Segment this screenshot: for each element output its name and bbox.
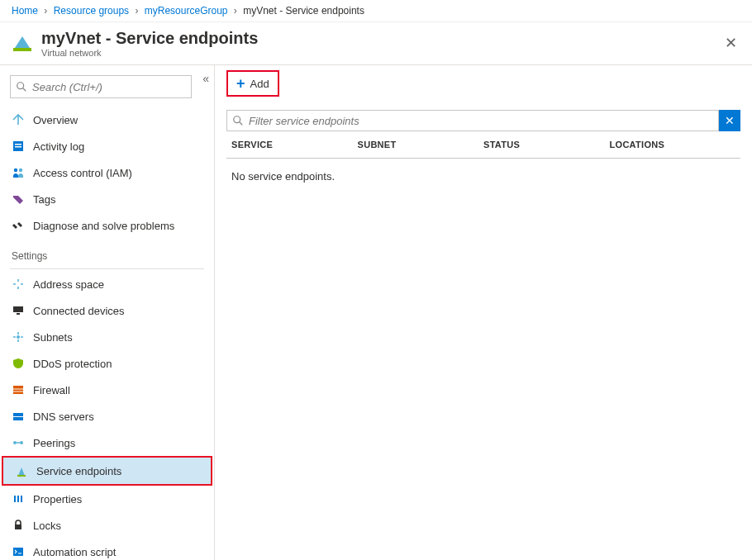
sidebar-item-label: Locks	[33, 520, 61, 532]
sidebar-item-automation-script[interactable]: Automation script	[0, 539, 214, 560]
highlight-service-endpoints: Service endpoints	[2, 456, 212, 486]
sidebar-item-label: Access control (IAM)	[33, 167, 132, 179]
close-icon: ✕	[725, 114, 735, 127]
svg-rect-21	[17, 496, 19, 502]
sidebar-item-label: DDoS protection	[33, 358, 112, 370]
sidebar-item-label: Subnets	[33, 331, 73, 344]
filter-input[interactable]	[249, 115, 713, 127]
address-space-icon	[12, 278, 25, 291]
breadcrumb-separator: ›	[234, 5, 237, 17]
peerings-icon	[12, 436, 25, 449]
breadcrumb-my-resource-group[interactable]: myResourceGroup	[145, 5, 228, 17]
automation-script-icon	[12, 545, 25, 558]
sidebar-section-settings: Settings	[0, 239, 214, 267]
breadcrumb-resource-groups[interactable]: Resource groups	[54, 5, 129, 17]
breadcrumb-home[interactable]: Home	[12, 5, 38, 17]
sidebar: « Overview Activity log Access control (…	[0, 65, 215, 560]
close-icon[interactable]: ✕	[725, 34, 737, 52]
svg-rect-9	[17, 313, 20, 315]
diagnose-icon	[12, 219, 25, 232]
sidebar-search-input[interactable]	[32, 81, 186, 93]
firewall-icon	[12, 383, 25, 396]
locks-icon	[12, 519, 25, 532]
sidebar-item-locks[interactable]: Locks	[0, 512, 214, 539]
sidebar-item-service-endpoints[interactable]: Service endpoints	[3, 458, 211, 484]
svg-rect-19	[17, 475, 26, 477]
search-icon	[232, 115, 244, 126]
sidebar-item-firewall[interactable]: Firewall	[0, 377, 214, 403]
svg-line-26	[240, 122, 243, 126]
svg-point-10	[17, 335, 20, 339]
svg-point-16	[13, 441, 17, 444]
main-panel: + Add ✕ SERVICE SUBNET STATUS LOCATIONS …	[215, 65, 752, 560]
ddos-icon	[12, 357, 25, 370]
dns-icon	[12, 410, 25, 423]
sidebar-item-subnets[interactable]: Subnets	[0, 324, 214, 350]
sidebar-item-diagnose[interactable]: Diagnose and solve problems	[0, 212, 214, 239]
breadcrumb-separator: ›	[135, 5, 138, 17]
svg-line-2	[23, 88, 26, 92]
sidebar-item-label: Diagnose and solve problems	[33, 220, 174, 232]
sidebar-item-label: Firewall	[33, 384, 70, 396]
sidebar-item-ddos[interactable]: DDoS protection	[0, 350, 214, 377]
svg-rect-4	[15, 144, 21, 145]
sidebar-search[interactable]	[10, 75, 192, 98]
subnets-icon	[12, 330, 25, 344]
sidebar-item-label: Address space	[33, 278, 104, 291]
service-endpoints-icon	[15, 464, 28, 477]
svg-rect-5	[15, 146, 21, 148]
sidebar-item-overview[interactable]: Overview	[0, 107, 214, 133]
collapse-sidebar-icon[interactable]: «	[202, 72, 209, 85]
sidebar-item-address-space[interactable]: Address space	[0, 271, 214, 297]
svg-rect-23	[15, 524, 21, 529]
sidebar-item-label: Activity log	[33, 140, 84, 153]
svg-point-17	[20, 441, 23, 444]
sidebar-separator	[10, 268, 204, 269]
svg-point-1	[17, 83, 24, 89]
sidebar-item-label: Properties	[33, 493, 82, 505]
add-button-label: Add	[250, 78, 269, 90]
breadcrumb: Home › Resource groups › myResourceGroup…	[0, 0, 752, 22]
table-header-status[interactable]: STATUS	[483, 140, 610, 149]
sidebar-item-peerings[interactable]: Peerings	[0, 429, 214, 456]
sidebar-item-access-control[interactable]: Access control (IAM)	[0, 159, 214, 186]
vnet-icon	[12, 33, 33, 55]
svg-rect-11	[13, 386, 23, 394]
breadcrumb-separator: ›	[44, 5, 47, 17]
sidebar-item-label: Connected devices	[33, 305, 125, 317]
breadcrumb-current: myVnet - Service endpoints	[243, 5, 364, 17]
sidebar-item-label: DNS servers	[33, 411, 94, 423]
add-button[interactable]: + Add	[226, 70, 279, 97]
activity-log-icon	[12, 140, 25, 153]
sidebar-item-label: Automation script	[33, 546, 116, 558]
svg-point-25	[234, 116, 240, 123]
sidebar-item-activity-log[interactable]: Activity log	[0, 133, 214, 159]
clear-filter-button[interactable]: ✕	[719, 110, 740, 131]
sidebar-item-label: Overview	[33, 114, 78, 126]
table-header-service[interactable]: SERVICE	[231, 140, 358, 149]
svg-rect-0	[13, 48, 31, 51]
svg-rect-22	[21, 496, 22, 502]
table-header-row: SERVICE SUBNET STATUS LOCATIONS	[226, 131, 740, 159]
search-icon	[16, 81, 27, 93]
sidebar-item-label: Peerings	[33, 437, 75, 449]
page-title: myVnet - Service endpoints	[41, 29, 258, 48]
table-header-subnet[interactable]: SUBNET	[358, 140, 484, 149]
overview-icon	[12, 113, 25, 126]
sidebar-item-dns[interactable]: DNS servers	[0, 403, 214, 429]
sidebar-item-connected-devices[interactable]: Connected devices	[0, 297, 214, 324]
properties-icon	[12, 492, 25, 505]
svg-rect-20	[14, 496, 16, 502]
sidebar-item-tags[interactable]: Tags	[0, 186, 214, 212]
svg-rect-14	[13, 413, 23, 416]
page-header: myVnet - Service endpoints Virtual netwo…	[0, 22, 752, 65]
svg-point-7	[19, 168, 22, 172]
sidebar-item-label: Tags	[33, 193, 55, 206]
page-subtitle: Virtual network	[41, 48, 258, 58]
sidebar-item-label: Service endpoints	[36, 465, 121, 477]
table-header-locations[interactable]: LOCATIONS	[610, 140, 736, 149]
empty-message: No service endpoints.	[226, 159, 740, 194]
sidebar-item-properties[interactable]: Properties	[0, 486, 214, 512]
filter-input-wrap[interactable]	[226, 110, 719, 131]
connected-devices-icon	[12, 304, 25, 317]
